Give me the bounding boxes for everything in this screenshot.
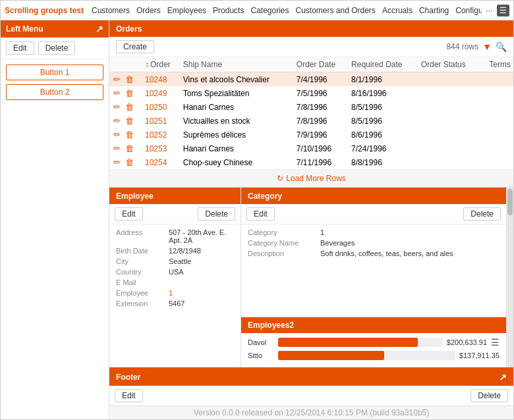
ship-name: Victuailles en stock [181, 114, 294, 128]
required-date: 8/5/1996 [349, 114, 418, 128]
nav-customers-orders[interactable]: Customers and Orders [295, 6, 375, 15]
edit-icon[interactable]: ✏ [113, 157, 121, 167]
left-menu-title: Left Menu [6, 24, 43, 34]
terms [480, 155, 513, 169]
form-row: City Seattle [116, 257, 234, 265]
order-id[interactable]: 10250 [142, 100, 181, 114]
required-date: 8/6/1996 [349, 128, 418, 142]
ship-name: Vins et alcools Chevalier [181, 72, 294, 87]
form-label: Description [248, 249, 320, 257]
delete-icon[interactable]: 🗑 [125, 157, 134, 167]
ship-name: Suprêmes délices [181, 128, 294, 142]
order-status [418, 100, 480, 114]
edit-icon[interactable]: ✏ [113, 116, 121, 126]
nav-products[interactable]: Products [213, 6, 244, 15]
table-row: ✏ 🗑 10249 Toms Spezialitäten 7/5/1996 8/… [109, 86, 513, 100]
order-status [418, 86, 480, 100]
nav-charting[interactable]: Charting [419, 6, 449, 15]
left-menu-edit-button[interactable]: Edit [6, 41, 34, 55]
nav-more-icon[interactable]: ··· [486, 5, 493, 15]
footer-edit-button[interactable]: Edit [115, 389, 143, 402]
nav-categories[interactable]: Categories [250, 6, 289, 15]
order-status [418, 72, 480, 87]
ship-name: Hanari Carnes [181, 100, 294, 114]
sidebar-button-2[interactable]: Button 2 [6, 84, 103, 100]
col-order[interactable]: ↕Order [142, 57, 181, 72]
employee-edit-button[interactable]: Edit [115, 207, 143, 221]
create-button[interactable]: Create [116, 40, 154, 53]
category-header: Category [241, 188, 506, 204]
form-value: USA [169, 268, 184, 276]
edit-icon[interactable]: ✏ [113, 88, 121, 98]
col-orderstatus: Order Status [418, 57, 480, 72]
emp-menu-icon[interactable]: ☰ [491, 337, 500, 348]
form-value: 1 [320, 228, 324, 236]
form-label: Category [248, 228, 320, 236]
required-date: 8/5/1996 [349, 100, 418, 114]
footer-section: Footer ↗ Edit Delete [109, 367, 513, 406]
col-requireddate: Required Date [349, 57, 418, 72]
employees2-header: Employees2 [241, 317, 506, 333]
delete-icon[interactable]: 🗑 [125, 116, 134, 126]
form-row: E Mail [116, 278, 234, 286]
left-sidebar: Left Menu ↗ Edit Delete Button 1 Button … [1, 20, 109, 419]
form-label: Employee [116, 289, 169, 297]
order-id[interactable]: 10249 [142, 86, 181, 100]
nav-orders[interactable]: Orders [136, 6, 161, 15]
form-value: Beverages [320, 239, 355, 247]
app-title: Scrolling groups test [5, 6, 84, 15]
form-value[interactable]: 1 [169, 289, 173, 297]
terms [480, 86, 513, 100]
emp-bar-container [278, 351, 455, 360]
left-menu-expand-icon[interactable]: ↗ [96, 24, 103, 34]
table-row: ✏ 🗑 10254 Chop-suey Chinese 7/11/1996 8/… [109, 155, 513, 169]
order-id[interactable]: 10251 [142, 114, 181, 128]
nav-employees[interactable]: Employees [167, 6, 206, 15]
form-row: Description Soft drinks, coffees, teas, … [248, 249, 500, 257]
order-status [418, 142, 480, 155]
edit-icon[interactable]: ✏ [113, 74, 121, 84]
edit-icon[interactable]: ✏ [113, 130, 121, 140]
order-id[interactable]: 10252 [142, 128, 181, 142]
delete-icon[interactable]: 🗑 [125, 74, 134, 84]
left-menu-delete-button[interactable]: Delete [38, 41, 76, 55]
order-status [418, 155, 480, 169]
terms [480, 114, 513, 128]
form-row: Birth Date 12/8/1948 [116, 247, 234, 255]
emp-amount: $200,633.91 [447, 338, 487, 346]
form-label: Country [116, 268, 169, 276]
form-label: Category Name [248, 239, 320, 247]
delete-icon[interactable]: 🗑 [125, 130, 134, 140]
order-id[interactable]: 10248 [142, 72, 181, 87]
form-value: 507 - 20th Ave. E. Apt. 2A [169, 228, 234, 244]
col-terms: Terms [480, 57, 513, 72]
footer-delete-button[interactable]: Delete [471, 389, 508, 402]
edit-icon[interactable]: ✏ [113, 102, 121, 112]
nav-menu-icon[interactable]: ☰ [497, 5, 509, 16]
order-date: 7/5/1996 [294, 86, 349, 100]
employee-delete-button[interactable]: Delete [198, 207, 235, 221]
nav-configuration[interactable]: Configuration ▾ [455, 6, 482, 15]
order-id[interactable]: 10254 [142, 155, 181, 169]
right-content: Orders Create 844 rows ▼ 🔍 ↕Order [109, 20, 513, 419]
edit-icon[interactable]: ✏ [113, 144, 121, 153]
delete-icon[interactable]: 🗑 [125, 144, 134, 153]
terms [480, 128, 513, 142]
category-delete-button[interactable]: Delete [463, 207, 501, 221]
employee-panel: Employee Edit Delete Address 507 - 20th … [109, 188, 241, 367]
footer-expand-icon[interactable]: ↗ [499, 372, 507, 382]
right-scrollbar[interactable] [507, 188, 513, 367]
category-edit-button[interactable]: Edit [246, 207, 275, 221]
category-panel: Category Edit Delete Category 1 Category… [241, 188, 507, 367]
order-id[interactable]: 10253 [142, 142, 181, 155]
sidebar-button-1[interactable]: Button 1 [6, 65, 103, 80]
delete-icon[interactable]: 🗑 [125, 88, 134, 98]
nav-customers[interactable]: Customers [92, 6, 130, 15]
load-more-link[interactable]: ↻Load More Rows [277, 174, 346, 183]
search-icon[interactable]: 🔍 [496, 41, 507, 52]
filter-icon[interactable]: ▼ [482, 41, 492, 52]
row-count: 844 rows [446, 42, 478, 51]
ship-name: Chop-suey Chinese [181, 155, 294, 169]
delete-icon[interactable]: 🗑 [125, 102, 134, 112]
nav-accruals[interactable]: Accruals [382, 6, 413, 15]
